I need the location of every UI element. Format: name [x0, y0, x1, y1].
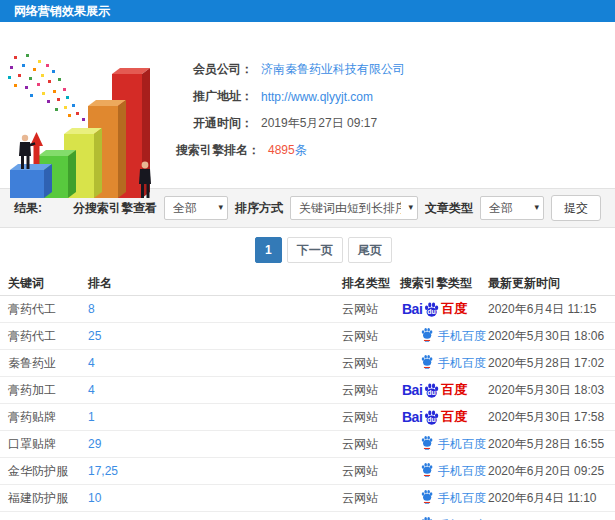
rank-count-label: 搜索引擎排名： [168, 142, 260, 159]
rank-type-cell: 云网站 [342, 382, 400, 399]
rank-link[interactable]: 8 [88, 302, 342, 316]
promotion-url-link[interactable]: http://www.qlyyjt.com [261, 90, 373, 104]
mobile-baidu-text: 手机百度 [438, 517, 486, 520]
rank-type-cell: 云网站 [342, 490, 400, 507]
engine-cell: 手机百度 [400, 354, 488, 372]
engine-cell: Bai du 百度 [400, 381, 488, 399]
sort-select[interactable]: 关键词由短到长排序 [291, 197, 417, 219]
baidu-logo[interactable]: Bai du 百度 [400, 408, 467, 426]
mobile-baidu-paw-icon [420, 516, 434, 520]
engine-cell: 手机百度 [400, 462, 488, 480]
keyword-cell: 膏药代工 [8, 328, 88, 345]
submit-button[interactable]: 提交 [551, 195, 601, 221]
article-type-select-wrap: 全部 ▾ [480, 196, 544, 220]
rank-link[interactable]: 4 [88, 356, 342, 370]
baidu-du-text: du [427, 416, 436, 423]
rank-type-cell: 云网站 [342, 328, 400, 345]
mobile-baidu-logo[interactable]: 手机百度 [400, 516, 486, 520]
mobile-baidu-logo[interactable]: 手机百度 [400, 462, 486, 480]
rank-type-cell: 云网站 [342, 436, 400, 453]
mobile-baidu-text: 手机百度 [438, 355, 486, 372]
baidu-logo[interactable]: Bai du 百度 [400, 381, 467, 399]
table-row: 秦鲁药业 4 云网站 手机百度 20 [0, 350, 615, 377]
baidu-bai-text: Bai [402, 301, 422, 317]
mobile-baidu-paw-icon [420, 435, 434, 453]
rank-count-value: 4895条 [268, 142, 307, 159]
mobile-baidu-logo[interactable]: 手机百度 [400, 327, 486, 345]
table-row: 金华防护服 17,25 云网站 手机百度 [0, 458, 615, 485]
keyword-cell: 膏药加工 [8, 382, 88, 399]
col-header-rank: 排名 [88, 275, 342, 292]
table-row: 口罩贴牌 29 云网站 手机百度 2 [0, 431, 615, 458]
col-header-engine-type: 搜索引擎类型 [400, 275, 488, 292]
updated-cell: 2020年6月4日 11:10 [488, 490, 615, 507]
info-section: 会员公司： 济南秦鲁药业科技有限公司 推广地址： http://www.qlyy… [0, 22, 615, 188]
table-row: 膏药加工 4 云网站 Bai du 百度 2020年 [0, 377, 615, 404]
updated-cell: 2020年6月4日 11:15 [488, 301, 615, 318]
rank-link[interactable]: 4 [88, 383, 342, 397]
mobile-baidu-text: 手机百度 [438, 436, 486, 453]
engine-select-wrap: 全部 ▾ [164, 196, 228, 220]
last-page-button[interactable]: 尾页 [348, 237, 392, 263]
baidu-du-text: du [427, 308, 436, 315]
engine-cell: Bai du 百度 [400, 408, 488, 426]
baidu-logo[interactable]: Bai du 百度 [400, 300, 467, 318]
rank-type-cell: 云网站 [342, 355, 400, 372]
confetti-decoration [8, 54, 85, 121]
updated-cell: 2020年5月30日 18:06 [488, 328, 615, 345]
engine-filter-select[interactable]: 全部 [165, 197, 227, 219]
updated-cell: 2020年5月30日 17:58 [488, 409, 615, 426]
mobile-baidu-logo[interactable]: 手机百度 [400, 435, 486, 453]
bar-chart-clipart-image [0, 50, 178, 208]
baidu-cn-text: 百度 [441, 381, 467, 399]
sort-label: 排序方式 [235, 200, 283, 217]
title-bar: 网络营销效果展示 [0, 0, 615, 22]
baidu-bai-text: Bai [402, 382, 422, 398]
mobile-baidu-paw-icon [420, 354, 434, 372]
mobile-baidu-paw-icon [420, 489, 434, 507]
rank-link[interactable]: 10 [88, 491, 342, 505]
col-header-keyword: 关键词 [8, 275, 88, 292]
engine-cell: 手机百度 [400, 489, 488, 507]
mobile-baidu-text: 手机百度 [438, 490, 486, 507]
engine-cell: 手机百度 [400, 516, 488, 520]
table-row: 膏药贴牌 1 云网站 Bai du 百度 2020年 [0, 404, 615, 431]
baidu-cn-text: 百度 [441, 300, 467, 318]
rank-count-suffix: 条 [295, 143, 307, 157]
baidu-paw-icon: du [423, 409, 440, 426]
page-1-button[interactable]: 1 [255, 237, 282, 263]
company-label: 会员公司： [168, 61, 253, 78]
rank-type-cell: 云网站 [342, 409, 400, 426]
company-link[interactable]: 济南秦鲁药业科技有限公司 [261, 61, 405, 78]
col-header-rank-type: 排名类型 [342, 275, 400, 292]
baidu-cn-text: 百度 [441, 408, 467, 426]
info-row-opened: 开通时间： 2019年5月27日 09:17 [168, 110, 615, 137]
rank-link[interactable]: 17,25 [88, 464, 342, 478]
rank-type-cell: 云网站 [342, 301, 400, 318]
mobile-baidu-logo[interactable]: 手机百度 [400, 489, 486, 507]
engine-cell: 手机百度 [400, 327, 488, 345]
keyword-cell: 膏药贴牌 [8, 409, 88, 426]
keyword-cell: 金华防护服 [8, 463, 88, 480]
mobile-baidu-logo[interactable]: 手机百度 [400, 354, 486, 372]
mobile-baidu-text: 手机百度 [438, 463, 486, 480]
table-row: 膏药代工 8 云网站 Bai du 百度 2020年 [0, 296, 615, 323]
keyword-cell: 福建防护服 [8, 490, 88, 507]
rank-link[interactable]: 1 [88, 410, 342, 424]
mobile-baidu-paw-icon [420, 327, 434, 345]
keyword-cell: 秦鲁药业 [8, 355, 88, 372]
sort-select-wrap: 关键词由短到长排序 ▾ [290, 196, 418, 220]
info-row-rank-count: 搜索引擎排名： 4895条 [168, 137, 615, 164]
table-body: 膏药代工 8 云网站 Bai du 百度 2020年 [0, 296, 615, 520]
table-row: 手机百度 [0, 512, 615, 520]
rank-link[interactable]: 29 [88, 437, 342, 451]
keyword-cell: 口罩贴牌 [8, 436, 88, 453]
baidu-paw-icon: du [423, 382, 440, 399]
article-type-select[interactable]: 全部 [481, 197, 543, 219]
next-page-button[interactable]: 下一页 [287, 237, 343, 263]
updated-cell: 2020年6月20日 09:25 [488, 463, 615, 480]
rank-type-cell: 云网站 [342, 463, 400, 480]
info-row-url: 推广地址： http://www.qlyyjt.com [168, 83, 615, 110]
updated-cell: 2020年5月30日 18:03 [488, 382, 615, 399]
rank-link[interactable]: 25 [88, 329, 342, 343]
